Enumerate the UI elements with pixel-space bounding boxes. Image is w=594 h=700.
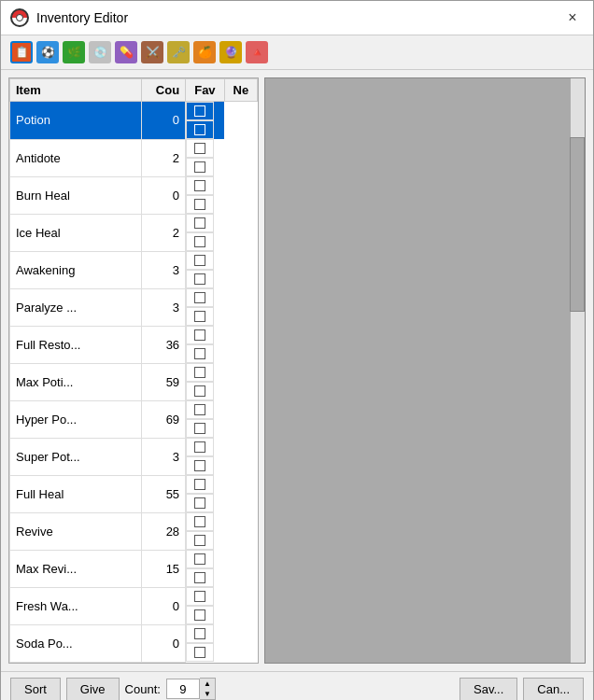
fav-checkbox[interactable] [194,479,205,490]
fav-checkbox[interactable] [194,404,205,415]
item-fav-cell[interactable] [186,624,214,643]
save-button[interactable]: Sav... [460,678,517,701]
tab-berries[interactable]: 🌿 [63,41,85,63]
fav-checkbox[interactable] [194,292,205,303]
fav-checkbox[interactable] [194,105,205,117]
item-fav-cell[interactable] [186,400,214,419]
item-new-cell[interactable] [186,232,214,251]
tab-extra[interactable]: 🔺 [246,41,268,63]
fav-checkbox[interactable] [194,329,205,341]
item-fav-cell[interactable] [186,214,214,232]
tab-medicine[interactable]: 💊 [115,41,137,63]
table-row[interactable]: Burn Heal0 [10,176,258,214]
give-button[interactable]: Give [66,678,120,701]
spin-up-button[interactable]: ▲ [200,679,215,689]
item-new-cell[interactable] [186,120,214,139]
new-checkbox[interactable] [194,273,205,285]
item-new-cell[interactable] [186,382,214,400]
item-new-cell[interactable] [186,307,214,326]
new-checkbox[interactable] [194,199,205,210]
fav-checkbox[interactable] [194,516,205,527]
item-fav-cell[interactable] [186,438,214,456]
col-header-count[interactable]: Cou [142,79,186,102]
fav-checkbox[interactable] [194,143,205,154]
table-row[interactable]: Antidote2 [10,139,258,176]
table-row[interactable]: Full Heal55 [10,475,258,512]
new-checkbox[interactable] [194,609,205,621]
new-checkbox[interactable] [194,311,205,322]
fav-checkbox[interactable] [194,217,205,229]
item-new-cell[interactable] [186,568,214,587]
col-header-new[interactable]: Ne [224,79,257,102]
item-fav-cell[interactable] [186,512,214,531]
item-new-cell[interactable] [186,494,214,512]
item-fav-cell[interactable] [186,176,214,195]
sort-button[interactable]: Sort [10,678,61,701]
table-row[interactable]: Hyper Po...69 [10,400,258,438]
scrollbar-track[interactable] [570,78,585,663]
item-fav-cell[interactable] [186,363,214,382]
item-new-cell[interactable] [186,195,214,214]
table-row[interactable]: Fresh Wa...0 [10,587,258,624]
col-header-item[interactable]: Item [10,79,142,102]
new-checkbox[interactable] [194,124,205,135]
item-new-cell[interactable] [186,606,214,624]
count-input[interactable] [166,679,200,699]
item-fav-cell[interactable] [186,475,214,494]
item-fav-cell[interactable] [186,550,214,568]
scrollbar-thumb[interactable] [570,137,585,313]
tab-berry2[interactable]: 🍊 [193,41,216,63]
new-checkbox[interactable] [194,535,205,546]
item-new-cell[interactable] [186,531,214,550]
item-new-cell[interactable] [186,270,214,288]
item-new-cell[interactable] [186,643,214,662]
new-checkbox[interactable] [194,385,205,397]
item-fav-cell[interactable] [186,326,214,344]
tab-battle[interactable]: ⚔️ [141,41,163,63]
table-row[interactable]: Full Resto...36 [10,326,258,363]
new-checkbox[interactable] [194,348,205,359]
item-new-cell[interactable] [186,344,214,363]
table-row[interactable]: Potion0 [10,102,258,140]
table-row[interactable]: Max Poti...59 [10,363,258,400]
new-checkbox[interactable] [194,161,205,173]
fav-checkbox[interactable] [194,591,205,602]
fav-checkbox[interactable] [194,255,205,266]
new-checkbox[interactable] [194,460,205,471]
item-new-cell[interactable] [186,456,214,475]
fav-checkbox[interactable] [194,180,205,191]
new-checkbox[interactable] [194,647,205,658]
new-checkbox[interactable] [194,497,205,509]
fav-checkbox[interactable] [194,553,205,565]
item-fav-cell[interactable] [186,587,214,606]
table-container[interactable]: Item Cou Fav Ne Potion0Antidote2Burn Hea… [9,78,258,663]
tab-key[interactable]: 🗝️ [167,41,190,63]
new-checkbox[interactable] [194,236,205,247]
item-fav-cell[interactable] [186,251,214,270]
fav-checkbox[interactable] [194,367,205,378]
item-new-cell[interactable] [186,419,214,438]
table-row[interactable]: Super Pot...3 [10,438,258,475]
fav-checkbox[interactable] [194,441,205,453]
spin-down-button[interactable]: ▼ [200,689,215,699]
item-fav-cell[interactable] [186,288,214,307]
item-fav-cell[interactable] [186,139,214,158]
tab-tms[interactable]: 💿 [89,41,111,63]
tab-pokeballs[interactable]: ⚽ [36,41,59,63]
cancel-button[interactable]: Can... [523,678,584,701]
item-new-cell[interactable] [186,158,214,176]
new-checkbox[interactable] [194,572,205,583]
table-row[interactable]: Max Revi...15 [10,550,258,587]
item-fav-cell[interactable] [186,102,214,120]
close-button[interactable]: × [561,7,584,29]
tab-items[interactable]: 📋 [10,41,33,63]
fav-checkbox[interactable] [194,628,205,639]
table-row[interactable]: Soda Po...0 [10,624,258,662]
table-row[interactable]: Awakening3 [10,251,258,288]
new-checkbox[interactable] [194,423,205,434]
col-header-fav[interactable]: Fav [186,79,225,102]
table-row[interactable]: Revive28 [10,512,258,550]
tab-misc[interactable]: 🔮 [219,41,242,63]
table-row[interactable]: Paralyze ...3 [10,288,258,326]
table-row[interactable]: Ice Heal2 [10,214,258,251]
